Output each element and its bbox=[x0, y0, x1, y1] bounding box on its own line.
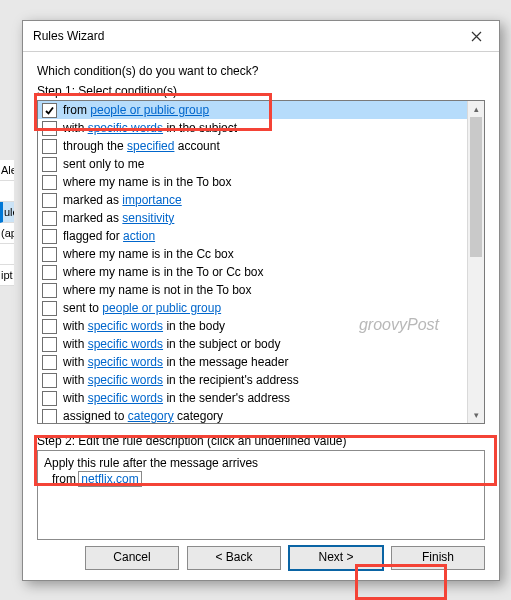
condition-text: assigned to category category bbox=[63, 409, 223, 423]
dialog-title: Rules Wizard bbox=[33, 29, 457, 43]
condition-checkbox[interactable] bbox=[42, 355, 57, 370]
condition-text: flagged for action bbox=[63, 229, 155, 243]
condition-row[interactable]: sent only to me bbox=[38, 155, 468, 173]
condition-row[interactable]: where my name is in the Cc box bbox=[38, 245, 468, 263]
condition-text: with specific words in the recipient's a… bbox=[63, 373, 299, 387]
condition-row[interactable]: through the specified account bbox=[38, 137, 468, 155]
condition-link[interactable]: specific words bbox=[88, 391, 163, 405]
condition-text: where my name is not in the To box bbox=[63, 283, 252, 297]
titlebar: Rules Wizard bbox=[23, 21, 499, 52]
sidebar-item-rules[interactable]: ule bbox=[0, 202, 14, 223]
sidebar-item-alerts[interactable]: Ale bbox=[0, 160, 14, 181]
condition-row[interactable]: assigned to category category bbox=[38, 407, 468, 423]
condition-checkbox[interactable] bbox=[42, 121, 57, 136]
rules-wizard-dialog: Rules Wizard Which condition(s) do you w… bbox=[22, 20, 500, 581]
condition-checkbox[interactable] bbox=[42, 157, 57, 172]
condition-checkbox[interactable] bbox=[42, 193, 57, 208]
condition-checkbox[interactable] bbox=[42, 175, 57, 190]
condition-row[interactable]: where my name is in the To or Cc box bbox=[38, 263, 468, 281]
rule-description-line1: Apply this rule after the message arrive… bbox=[44, 455, 478, 471]
rule-description-box[interactable]: Apply this rule after the message arrive… bbox=[37, 450, 485, 540]
condition-checkbox[interactable] bbox=[42, 247, 57, 262]
condition-row[interactable]: with specific words in the sender's addr… bbox=[38, 389, 468, 407]
condition-text: with specific words in the subject bbox=[63, 121, 237, 135]
step1-label: Step 1: Select condition(s) bbox=[37, 84, 485, 98]
condition-text: through the specified account bbox=[63, 139, 220, 153]
scroll-down-button[interactable]: ▾ bbox=[468, 407, 484, 423]
condition-checkbox[interactable] bbox=[42, 319, 57, 334]
finish-button[interactable]: Finish bbox=[391, 546, 485, 570]
conditions-listbox: from people or public groupwith specific… bbox=[37, 100, 485, 424]
close-icon bbox=[471, 31, 482, 42]
condition-link[interactable]: specific words bbox=[88, 319, 163, 333]
sidebar-item-ipt[interactable]: ipt bbox=[0, 265, 14, 286]
condition-text: sent to people or public group bbox=[63, 301, 221, 315]
condition-row[interactable]: where my name is not in the To box bbox=[38, 281, 468, 299]
condition-text: from people or public group bbox=[63, 103, 209, 117]
condition-text: where my name is in the To or Cc box bbox=[63, 265, 264, 279]
condition-link[interactable]: action bbox=[123, 229, 155, 243]
condition-text: with specific words in the message heade… bbox=[63, 355, 288, 369]
condition-row[interactable]: from people or public group bbox=[38, 101, 468, 119]
condition-checkbox[interactable] bbox=[42, 301, 57, 316]
condition-link[interactable]: people or public group bbox=[102, 301, 221, 315]
condition-text: with specific words in the subject or bo… bbox=[63, 337, 280, 351]
condition-link[interactable]: importance bbox=[122, 193, 181, 207]
condition-checkbox[interactable] bbox=[42, 211, 57, 226]
conditions-list[interactable]: from people or public groupwith specific… bbox=[38, 101, 468, 423]
condition-link[interactable]: specified bbox=[127, 139, 174, 153]
condition-checkbox[interactable] bbox=[42, 229, 57, 244]
condition-checkbox[interactable] bbox=[42, 337, 57, 352]
sidebar-item-apply[interactable]: (ap bbox=[0, 223, 14, 244]
rule-description-line2: from netflix.com bbox=[52, 471, 478, 487]
scrollbar[interactable]: ▴ ▾ bbox=[467, 101, 484, 423]
prompt-text: Which condition(s) do you want to check? bbox=[37, 64, 485, 78]
condition-text: with specific words in the sender's addr… bbox=[63, 391, 290, 405]
condition-row[interactable]: with specific words in the body bbox=[38, 317, 468, 335]
condition-row[interactable]: marked as importance bbox=[38, 191, 468, 209]
condition-row[interactable]: with specific words in the subject or bo… bbox=[38, 335, 468, 353]
sidebar-item bbox=[0, 181, 14, 202]
condition-checkbox[interactable] bbox=[42, 283, 57, 298]
condition-row[interactable]: flagged for action bbox=[38, 227, 468, 245]
cancel-button[interactable]: Cancel bbox=[85, 546, 179, 570]
condition-text: where my name is in the Cc box bbox=[63, 247, 234, 261]
condition-row[interactable]: with specific words in the recipient's a… bbox=[38, 371, 468, 389]
condition-row[interactable]: sent to people or public group bbox=[38, 299, 468, 317]
sidebar-item bbox=[0, 244, 14, 265]
condition-text: sent only to me bbox=[63, 157, 144, 171]
condition-link[interactable]: specific words bbox=[88, 373, 163, 387]
condition-row[interactable]: with specific words in the message heade… bbox=[38, 353, 468, 371]
condition-text: marked as sensitivity bbox=[63, 211, 174, 225]
condition-row[interactable]: marked as sensitivity bbox=[38, 209, 468, 227]
condition-checkbox[interactable] bbox=[42, 409, 57, 424]
back-button[interactable]: < Back bbox=[187, 546, 281, 570]
condition-text: marked as importance bbox=[63, 193, 182, 207]
condition-text: with specific words in the body bbox=[63, 319, 225, 333]
condition-link[interactable]: specific words bbox=[88, 355, 163, 369]
condition-checkbox[interactable] bbox=[42, 139, 57, 154]
condition-checkbox[interactable] bbox=[42, 373, 57, 388]
close-button[interactable] bbox=[457, 22, 495, 50]
condition-link[interactable]: people or public group bbox=[90, 103, 209, 117]
condition-checkbox[interactable] bbox=[42, 391, 57, 406]
condition-row[interactable]: with specific words in the subject bbox=[38, 119, 468, 137]
scroll-thumb[interactable] bbox=[470, 117, 482, 257]
condition-link[interactable]: specific words bbox=[88, 337, 163, 351]
condition-link[interactable]: category bbox=[128, 409, 174, 423]
rule-value-link[interactable]: netflix.com bbox=[79, 472, 140, 486]
step2-label: Step 2: Edit the rule description (click… bbox=[37, 434, 485, 448]
condition-text: where my name is in the To box bbox=[63, 175, 232, 189]
button-row: Cancel < Back Next > Finish bbox=[23, 546, 499, 570]
condition-checkbox[interactable] bbox=[42, 103, 57, 118]
next-button[interactable]: Next > bbox=[289, 546, 383, 570]
condition-checkbox[interactable] bbox=[42, 265, 57, 280]
condition-row[interactable]: where my name is in the To box bbox=[38, 173, 468, 191]
scroll-up-button[interactable]: ▴ bbox=[468, 101, 484, 117]
condition-link[interactable]: specific words bbox=[88, 121, 163, 135]
condition-link[interactable]: sensitivity bbox=[122, 211, 174, 225]
